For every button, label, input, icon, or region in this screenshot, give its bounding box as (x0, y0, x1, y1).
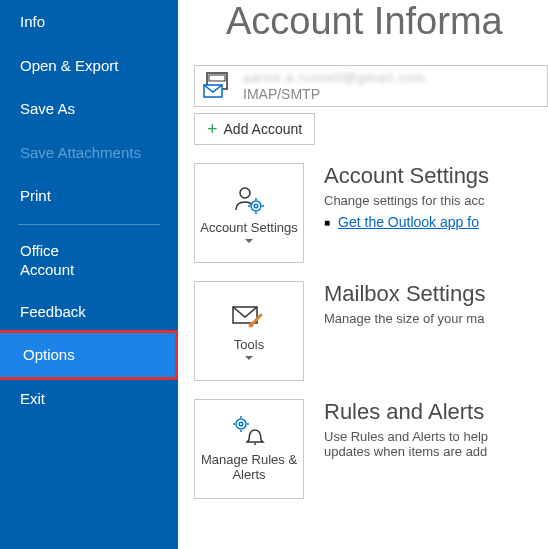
account-text: aaron.a.russell@gmail.com IMAP/SMTP (243, 70, 426, 102)
person-gear-icon (232, 184, 266, 214)
tile-account-settings[interactable]: Account Settings (194, 163, 304, 263)
outlook-app-link[interactable]: Get the Outlook app fo (338, 214, 479, 230)
section-account-settings: Account Settings Account Settings Change… (194, 163, 548, 263)
sidebar-item-save-attachments: Save Attachments (0, 131, 178, 175)
tile-manage-rules[interactable]: Manage Rules & Alerts (194, 399, 304, 499)
section-desc: Manage the size of your ma (324, 311, 548, 326)
section-rules-alerts: Manage Rules & Alerts Rules and Alerts U… (194, 399, 548, 499)
sidebar-item-office-account[interactable]: Office Account (0, 231, 178, 290)
sidebar-item-print[interactable]: Print (0, 174, 178, 218)
main-content: Account Informa aaron.a.russell@gmail.co… (178, 0, 548, 549)
envelope-brush-icon (231, 303, 267, 331)
svg-point-13 (236, 419, 246, 429)
sidebar-item-open-export[interactable]: Open & Export (0, 44, 178, 88)
add-account-button[interactable]: + Add Account (194, 113, 315, 145)
section-title: Mailbox Settings (324, 281, 548, 307)
section-desc2: updates when items are add (324, 444, 548, 459)
page-title: Account Informa (226, 0, 548, 43)
bullet-icon: ■ (324, 217, 330, 228)
tile-label: Manage Rules & Alerts (199, 452, 299, 483)
app-root: Info Open & Export Save As Save Attachme… (0, 0, 548, 549)
chevron-down-icon (245, 356, 253, 360)
section-desc: Use Rules and Alerts to help (324, 429, 548, 444)
sidebar-item-feedback[interactable]: Feedback (0, 290, 178, 334)
tile-tools[interactable]: Tools (194, 281, 304, 381)
section-mailbox-settings: Tools Mailbox Settings Manage the size o… (194, 281, 548, 381)
sidebar-item-info[interactable]: Info (0, 0, 178, 44)
sidebar-item-save-as[interactable]: Save As (0, 87, 178, 131)
section-title: Account Settings (324, 163, 548, 189)
plus-icon: + (207, 120, 218, 138)
svg-point-14 (239, 422, 243, 426)
tile-label: Tools (234, 337, 264, 353)
sidebar-item-options[interactable]: Options (0, 330, 178, 380)
account-selector[interactable]: aaron.a.russell@gmail.com IMAP/SMTP (194, 65, 548, 107)
mail-account-icon (203, 71, 235, 101)
sidebar-divider (18, 224, 160, 225)
svg-point-3 (240, 188, 250, 198)
section-desc: Change settings for this acc (324, 193, 548, 208)
chevron-down-icon (245, 239, 253, 243)
account-type: IMAP/SMTP (243, 86, 426, 103)
gear-bell-icon (231, 416, 267, 446)
section-title: Rules and Alerts (324, 399, 548, 425)
account-email: aaron.a.russell@gmail.com (243, 70, 426, 86)
tile-label: Account Settings (200, 220, 298, 236)
backstage-sidebar: Info Open & Export Save As Save Attachme… (0, 0, 178, 549)
add-account-label: Add Account (224, 121, 303, 137)
sidebar-item-exit[interactable]: Exit (0, 377, 178, 421)
svg-point-4 (251, 201, 261, 211)
svg-point-12 (249, 322, 254, 327)
svg-point-5 (254, 204, 258, 208)
svg-rect-1 (209, 75, 225, 81)
